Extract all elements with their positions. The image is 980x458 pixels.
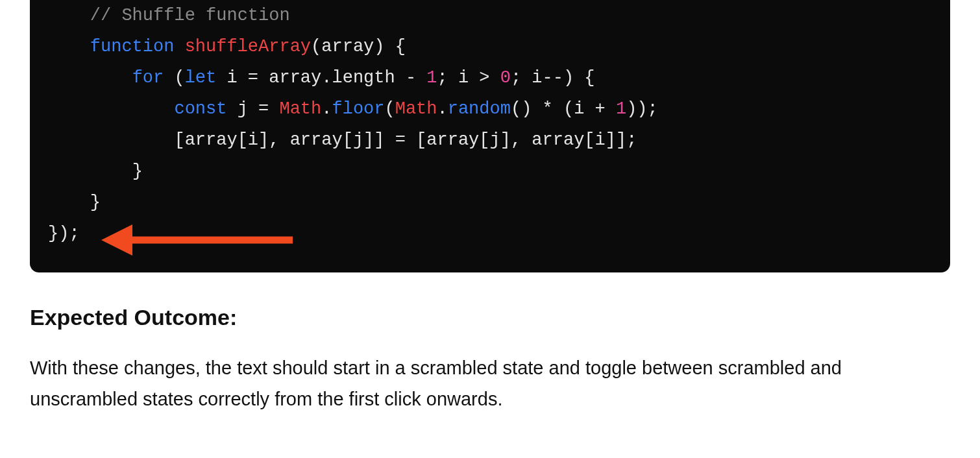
num: 0 [500,68,511,88]
code-content: // Shuffle function function shuffleArra… [48,0,932,249]
code-text: ( [164,68,184,88]
kw-function: function [90,37,175,56]
code-block: // Shuffle function function shuffleArra… [30,0,950,272]
code-close: }); [48,224,80,243]
kw-let: let [185,68,217,88]
dot: . [437,99,448,119]
method-random: random [448,99,511,119]
code-text: j = [227,99,279,119]
method-floor: floor [332,99,384,119]
code-text: () * (i + [511,99,616,119]
code-text: (array) { [311,37,406,56]
brace: } [132,162,143,181]
num: 1 [426,68,437,88]
class-math: Math [395,99,437,119]
code-text: ; i > [437,68,500,88]
dot: . [321,99,332,119]
code-text: )); [626,99,658,119]
paren: ( [385,99,395,119]
code-text: i = array.length - [216,68,426,88]
kw-const: const [174,99,227,119]
kw-for: for [132,68,164,88]
indent [48,99,132,119]
expected-outcome-heading: Expected Outcome: [30,305,950,330]
indent [48,162,90,181]
num: 1 [616,99,626,119]
indent [48,68,90,88]
expected-outcome-body: With these changes, the text should star… [30,352,950,415]
class-math: Math [279,99,321,119]
fn-name: shuffleArray [185,37,311,56]
code-text: ; i--) { [511,68,595,88]
code-comment: // Shuffle function [90,6,290,25]
brace: } [90,193,101,212]
indent [48,130,132,150]
code-text: [array[i], array[j]] = [array[j], array[… [174,130,637,150]
